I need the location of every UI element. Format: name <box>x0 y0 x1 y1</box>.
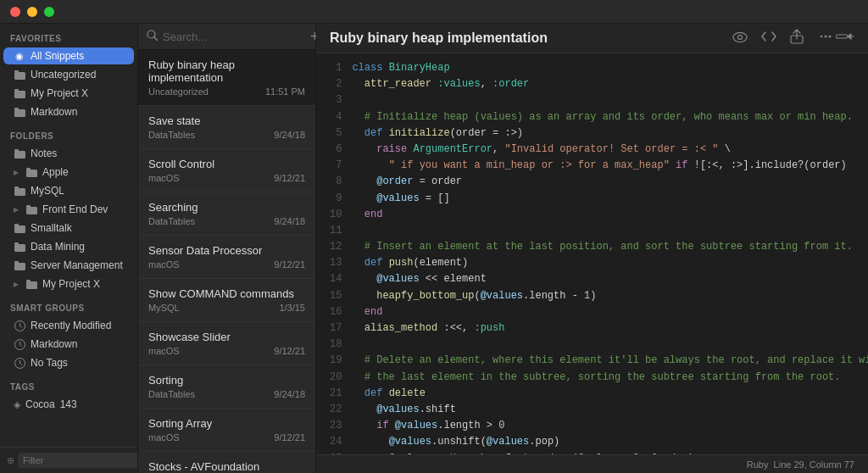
snippet-item-showcase-slider[interactable]: Showcase Slider macOS 9/12/21 <box>138 322 315 365</box>
snippet-meta: MySQL 1/3/15 <box>148 303 305 313</box>
maximize-button[interactable] <box>44 7 54 17</box>
folder-icon <box>14 106 25 118</box>
svg-rect-1 <box>14 70 19 73</box>
svg-rect-16 <box>14 244 25 252</box>
snippet-title: Sensor Data Processor <box>148 244 305 257</box>
svg-rect-21 <box>26 280 31 282</box>
snippet-item-sorting-array[interactable]: Sorting Array macOS 9/12/21 <box>138 409 315 452</box>
sidebar-item-label: MySQL <box>31 185 127 197</box>
snippet-category: DataTables <box>148 130 195 140</box>
sidebar-item-server-management[interactable]: Server Management <box>3 257 134 274</box>
snippet-item-searching[interactable]: Searching DataTables 9/24/18 <box>138 192 315 236</box>
snippet-date: 9/12/21 <box>274 346 305 356</box>
svg-rect-4 <box>14 109 25 117</box>
folder-icon <box>14 69 25 81</box>
sidebar-item-data-mining[interactable]: Data Mining <box>3 238 134 255</box>
snippet-meta: Uncategorized 11:51 PM <box>148 86 305 97</box>
svg-rect-14 <box>14 225 25 233</box>
filter-icon: ⊕ <box>7 455 14 466</box>
arrow-icon: ▶ <box>14 206 19 214</box>
snippet-item-scroll-control[interactable]: Scroll Control macOS 9/12/21 <box>138 149 315 192</box>
close-button[interactable] <box>10 7 20 17</box>
snippet-item-sensor-data-processor[interactable]: Sensor Data Processor macOS 9/12/21 <box>138 236 315 279</box>
svg-rect-8 <box>26 170 37 177</box>
sidebar-item-markdown-sg[interactable]: Markdown <box>3 336 134 353</box>
snippet-item-ruby-binary-heap[interactable]: Ruby binary heap implementation Uncatego… <box>138 50 315 106</box>
sidebar-item-label: Server Management <box>31 259 127 271</box>
snippet-item-sorting[interactable]: Sorting DataTables 9/24/18 <box>138 365 315 409</box>
sidebar-item-recently-modified[interactable]: Recently Modified <box>3 317 134 334</box>
tags-label: Tags <box>0 372 137 395</box>
snippet-item-show-command[interactable]: Show COMMAND commands MySQL 1/3/15 <box>138 279 315 322</box>
clock-icon <box>14 320 25 331</box>
sidebar-item-label: Markdown <box>31 106 127 118</box>
filter-input[interactable] <box>18 453 138 468</box>
snippet-meta: DataTables 9/24/18 <box>148 216 305 226</box>
sidebar-item-smalltalk[interactable]: Smalltalk <box>3 220 134 236</box>
snippet-item-save-state[interactable]: Save state DataTables 9/24/18 <box>138 106 315 149</box>
sidebar-item-notes[interactable]: Notes <box>3 145 134 162</box>
sidebar-item-no-tags[interactable]: No Tags <box>3 354 134 371</box>
snippet-meta: DataTables 9/24/18 <box>148 130 305 140</box>
svg-point-30 <box>824 36 826 38</box>
sidebar-item-mysql[interactable]: MySQL <box>3 182 134 199</box>
snippet-title: Showcase Slider <box>148 331 305 343</box>
share-icon[interactable] <box>790 29 804 47</box>
svg-rect-3 <box>14 89 19 92</box>
snippet-title: Save state <box>148 114 305 127</box>
snippet-date: 9/12/21 <box>274 259 305 270</box>
svg-point-27 <box>733 33 747 42</box>
svg-point-32 <box>824 40 826 42</box>
sidebar-item-cocoa[interactable]: ◈ Cocoa 143 <box>3 396 134 413</box>
window-chrome <box>0 0 868 24</box>
sidebar-item-markdown[interactable]: Markdown <box>3 103 134 120</box>
svg-rect-5 <box>14 108 19 110</box>
snippet-meta: macOS 9/12/21 <box>148 259 305 270</box>
svg-line-26 <box>154 37 158 41</box>
sidebar-item-apple[interactable]: ▶ Apple <box>3 164 134 181</box>
sidebar-item-my-project-x[interactable]: My Project X <box>3 85 134 102</box>
folder-icon <box>14 147 25 159</box>
sidebar-item-label: All Snippets <box>31 50 127 62</box>
snippet-date: 9/12/21 <box>274 432 305 442</box>
more-icon[interactable] <box>817 31 854 46</box>
snippet-title: Ruby binary heap implementation <box>148 58 305 84</box>
svg-rect-12 <box>26 207 37 214</box>
folders-label: Folders <box>0 121 137 144</box>
svg-rect-20 <box>26 281 37 289</box>
search-input[interactable] <box>163 31 305 43</box>
folder-icon <box>25 166 37 178</box>
sidebar-item-my-project-x2[interactable]: ▶ My Project X <box>3 275 134 292</box>
snippet-date: 9/24/18 <box>274 216 305 226</box>
folder-icon <box>14 185 25 197</box>
all-snippets-icon: ◉ <box>14 50 25 62</box>
folder-icon <box>25 203 37 215</box>
main-layout: Favorites ◉ All Snippets Uncategorized M… <box>0 24 868 473</box>
minimize-button[interactable] <box>27 7 37 17</box>
snippet-item-stocks-avfoundation[interactable]: Stocks - AVFoundation macOS 9/12/21 <box>138 452 315 473</box>
snippet-date: 9/24/18 <box>274 130 305 140</box>
tag-label: Cocoa <box>25 398 55 410</box>
sidebar-item-uncategorized[interactable]: Uncategorized <box>3 66 134 83</box>
folder-icon <box>14 241 25 253</box>
favorites-label: Favorites <box>0 24 137 47</box>
folder-icon <box>25 278 37 290</box>
eye-icon[interactable] <box>732 31 748 46</box>
code-icon[interactable] <box>761 31 776 46</box>
snippet-category: DataTables <box>148 389 195 399</box>
code-content: class BinaryHeap attr_reader :values, :o… <box>352 53 868 454</box>
editor-area: Ruby binary heap implementation 1 <box>316 24 868 473</box>
sidebar-item-front-end-dev[interactable]: ▶ Front End Dev <box>3 201 134 218</box>
folder-icon <box>14 222 25 234</box>
sidebar-item-label: Apple <box>42 166 127 178</box>
snippet-title: Searching <box>148 201 305 214</box>
line-numbers: 1 2 3 4 5 6 7 8 9 10 11 12 13 14 15 16 1… <box>316 53 352 454</box>
search-icon <box>147 30 158 43</box>
tag-count: 143 <box>60 398 77 410</box>
snippet-date: 11:51 PM <box>265 86 305 97</box>
code-editor[interactable]: 1 2 3 4 5 6 7 8 9 10 11 12 13 14 15 16 1… <box>316 53 868 454</box>
sidebar-item-all-snippets[interactable]: ◉ All Snippets <box>3 47 134 64</box>
snippet-title: Show COMMAND commands <box>148 287 305 300</box>
smart-groups-label: Smart Groups <box>0 293 137 316</box>
svg-rect-33 <box>836 35 848 38</box>
